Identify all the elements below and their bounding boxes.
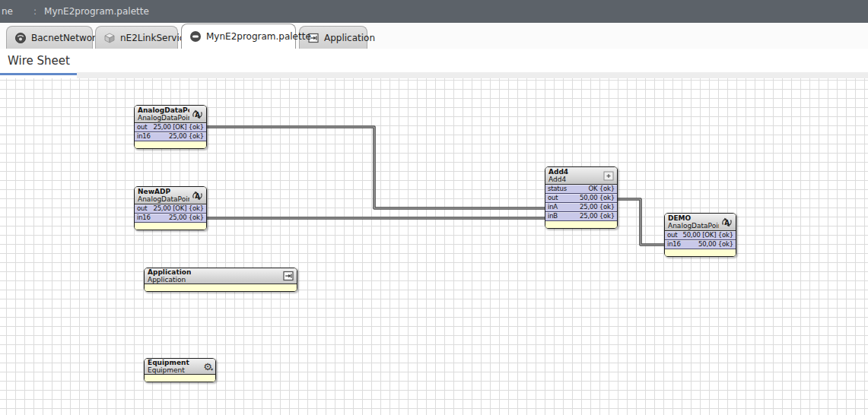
block-add4[interactable]: Add4 Add4 status OK {ok} out 50,00 {ok} … [545, 166, 618, 229]
block-header[interactable]: DEMO AnalogDataPoir A [665, 214, 736, 231]
wire-link[interactable] [207, 127, 545, 208]
analog-point-icon: A [720, 217, 733, 228]
globe-icon [14, 32, 27, 44]
slot-label: status [548, 185, 567, 193]
analog-point-icon: A [191, 109, 204, 120]
tab-label: BacnetNetwork [31, 33, 101, 43]
slot-value: 50,00 {ok} [580, 194, 615, 202]
block-demo[interactable]: DEMO AnalogDataPoir A out 50,00 [OK] {ok… [664, 213, 736, 257]
tab-label: Application [324, 33, 375, 43]
tab-ne2linkservice[interactable]: nE2LinkService [95, 26, 178, 49]
block-type: AnalogDataPoir [138, 195, 189, 204]
slot-label: out [667, 231, 677, 239]
slot-out[interactable]: out 50,00 [OK] {ok} [665, 231, 736, 240]
slot-in16[interactable]: in16 25,00 {ok} [135, 214, 206, 223]
block-footer [145, 284, 297, 291]
block-title: Application [148, 268, 191, 277]
slot-label: in16 [137, 214, 151, 222]
titlebar-truncated-text: ne [2, 6, 13, 17]
block-footer [145, 375, 215, 382]
slot-in16[interactable]: in16 50,00 {ok} [665, 240, 736, 249]
block-application[interactable]: Application Application [144, 268, 297, 292]
slot-value: 25,00 {ok} [169, 132, 204, 141]
add-icon [603, 170, 615, 182]
block-type: Equipment [148, 366, 189, 375]
tab-wire-sheet[interactable]: Wire Sheet [0, 49, 77, 73]
slot-label: inB [548, 212, 558, 220]
wire-link[interactable] [618, 199, 664, 245]
titlebar-document-name: MynE2program.palette [44, 6, 149, 17]
block-type: Add4 [548, 176, 568, 184]
block-analogdatapoint[interactable]: AnalogDataPoir AnalogDataPoir A out 25,0… [134, 105, 207, 149]
slot-value: 25,00 {ok} [580, 203, 615, 211]
slot-label: in16 [137, 132, 151, 141]
slot-out[interactable]: out 25,00 [OK] {ok} [135, 204, 206, 214]
slot-label: inA [548, 203, 558, 211]
gear-icon: ⚙▾ [203, 362, 213, 372]
wire-sheet-canvas[interactable]: AnalogDataPoir AnalogDataPoir A out 25,0… [0, 78, 868, 415]
tab-label: nE2LinkService [120, 33, 190, 43]
block-type: AnalogDataPoir [668, 222, 719, 230]
wire-layer [0, 78, 868, 415]
block-footer [135, 223, 206, 230]
slot-status[interactable]: status OK {ok} [545, 185, 617, 194]
block-title: Add4 [548, 168, 568, 176]
slot-label: out [137, 123, 147, 131]
block-title: Equipment [148, 359, 189, 367]
block-header[interactable]: Add4 Add4 [545, 167, 617, 185]
tab-myne2program-palette[interactable]: MynE2program.palette [181, 24, 296, 49]
tab-bacnetnetwork[interactable]: BacnetNetwork [6, 26, 93, 49]
slot-label: out [137, 204, 147, 213]
block-header[interactable]: AnalogDataPoir AnalogDataPoir A [135, 106, 206, 123]
slot-out[interactable]: out 50,00 {ok} [545, 194, 617, 203]
wire-sheet-active-underline [0, 73, 77, 75]
titlebar-separator: : [33, 6, 37, 17]
slot-value: 50,00 {ok} [698, 240, 733, 249]
block-equipment[interactable]: Equipment Equipment ⚙▾ [144, 358, 216, 382]
block-title: NewADP [138, 188, 189, 196]
block-type: Application [148, 276, 191, 284]
block-header[interactable]: NewADP AnalogDataPoir A [135, 187, 206, 204]
slot-label: out [548, 194, 558, 202]
block-footer [545, 221, 617, 228]
slot-label: in16 [667, 240, 681, 249]
analog-point-icon: A [191, 190, 204, 201]
cube-icon [103, 32, 116, 44]
slot-value: 50,00 [OK] {ok} [682, 231, 733, 239]
slot-value: 25,00 [OK] {ok} [153, 204, 204, 213]
slot-out[interactable]: out 25,00 [OK] {ok} [135, 123, 206, 132]
slot-value: 25,00 [OK] {ok} [153, 123, 204, 131]
wire-sheet-label: Wire Sheet [8, 54, 70, 68]
slot-value: 25,00 {ok} [169, 214, 204, 222]
window-titlebar: ne : MynE2program.palette [0, 0, 868, 23]
block-footer [135, 141, 206, 148]
application-icon [282, 270, 294, 282]
view-tab-strip: Wire Sheet [0, 49, 868, 78]
view-strip-divider [77, 72, 868, 78]
wire-link[interactable] [618, 199, 664, 245]
block-header[interactable]: Equipment Equipment ⚙▾ [145, 359, 215, 375]
tab-label: MynE2program.palette [206, 31, 311, 42]
block-newadp[interactable]: NewADP AnalogDataPoir A out 25,00 [OK] {… [134, 186, 207, 230]
block-title: AnalogDataPoir [138, 106, 189, 115]
slot-in16[interactable]: in16 25,00 {ok} [135, 132, 206, 141]
document-tab-bar: BacnetNetwork nE2LinkService MynE2progra… [0, 23, 868, 49]
wire-link[interactable] [207, 127, 545, 208]
block-type: AnalogDataPoir [138, 114, 189, 122]
slot-inB[interactable]: inB 25,00 {ok} [545, 212, 617, 221]
slot-inA[interactable]: inA 25,00 {ok} [545, 203, 617, 212]
slot-value: 25,00 {ok} [580, 212, 615, 220]
palette-icon [189, 30, 202, 43]
slot-value: OK {ok} [588, 185, 615, 193]
block-footer [665, 249, 736, 256]
block-header[interactable]: Application Application [145, 268, 297, 284]
block-title: DEMO [668, 214, 719, 223]
